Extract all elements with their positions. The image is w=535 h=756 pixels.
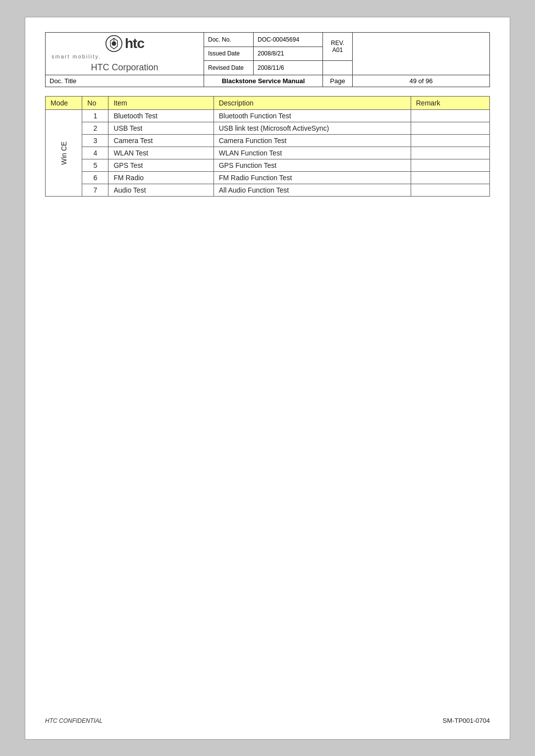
rev-label-cell: REV. A01 <box>323 33 353 61</box>
row-no: 4 <box>82 147 108 159</box>
row-item: USB Test <box>108 122 214 135</box>
revised-date-value: 2008/11/6 <box>254 61 323 75</box>
row-item: FM Radio <box>108 172 214 184</box>
page: htc smart mobility. HTC Corporation Doc.… <box>25 17 510 740</box>
confidential-text: HTC CONFIDENTIAL <box>45 717 103 724</box>
row-item: Audio Test <box>108 184 214 197</box>
htc-logo-icon <box>105 35 123 52</box>
footer-code: SM-TP001-0704 <box>443 717 490 724</box>
company-name: HTC Corporation <box>50 62 200 73</box>
row-no: 3 <box>82 135 108 147</box>
doc-title-label: Doc. Title <box>46 75 204 87</box>
row-item: Camera Test <box>108 135 214 147</box>
row-remark <box>411 147 489 159</box>
row-no: 7 <box>82 184 108 197</box>
row-description: FM Radio Function Test <box>214 172 411 184</box>
table-row: 2USB TestUSB link test (Microsoft Active… <box>46 122 490 135</box>
row-item: GPS Test <box>108 159 214 172</box>
htc-brand-text: htc <box>125 36 144 51</box>
table-row: Win CE1Bluetooth TestBluetooth Function … <box>46 110 490 122</box>
row-item: WLAN Test <box>108 147 214 159</box>
htc-tagline: smart mobility. <box>50 53 200 59</box>
row-description: WLAN Function Test <box>214 147 411 159</box>
row-remark <box>411 159 489 172</box>
table-row: 5GPS TestGPS Function Test <box>46 159 490 172</box>
mode-cell: Win CE <box>46 110 82 197</box>
rev-value: A01 <box>327 47 348 53</box>
logo-cell: htc smart mobility. HTC Corporation <box>46 33 204 75</box>
row-description: Bluetooth Function Test <box>214 110 411 122</box>
row-description: USB link test (Microsoft ActiveSync) <box>214 122 411 135</box>
htc-logo: htc <box>50 35 200 52</box>
issued-date-value: 2008/8/21 <box>254 47 323 61</box>
table-row: 4WLAN TestWLAN Function Test <box>46 147 490 159</box>
svg-point-2 <box>112 42 116 46</box>
th-remark: Remark <box>411 97 489 110</box>
row-no: 2 <box>82 122 108 135</box>
row-remark <box>411 135 489 147</box>
doc-title-value: Blackstone Service Manual <box>204 75 323 87</box>
table-row: 3Camera TestCamera Function Test <box>46 135 490 147</box>
row-no: 6 <box>82 172 108 184</box>
content-table: Mode No Item Description Remark Win CE1B… <box>45 96 490 197</box>
rev-value-cell <box>323 61 353 75</box>
page-label: Page <box>323 75 353 87</box>
row-remark <box>411 172 489 184</box>
page-value: 49 of 96 <box>353 75 490 87</box>
issued-date-label: Issued Date <box>204 47 254 61</box>
header-table: htc smart mobility. HTC Corporation Doc.… <box>45 32 490 87</box>
row-remark <box>411 122 489 135</box>
th-description: Description <box>214 97 411 110</box>
row-description: GPS Function Test <box>214 159 411 172</box>
table-row: 7Audio TestAll Audio Function Test <box>46 184 490 197</box>
footer: HTC CONFIDENTIAL SM-TP001-0704 <box>45 717 490 724</box>
rev-label: REV. <box>327 40 348 47</box>
doc-no-label: Doc. No. <box>204 33 254 47</box>
row-description: All Audio Function Test <box>214 184 411 197</box>
row-no: 5 <box>82 159 108 172</box>
th-mode: Mode <box>46 97 82 110</box>
table-row: 6FM RadioFM Radio Function Test <box>46 172 490 184</box>
row-remark <box>411 184 489 197</box>
row-item: Bluetooth Test <box>108 110 214 122</box>
row-description: Camera Function Test <box>214 135 411 147</box>
row-no: 1 <box>82 110 108 122</box>
revised-date-label: Revised Date <box>204 61 254 75</box>
th-item: Item <box>108 97 214 110</box>
th-no: No <box>82 97 108 110</box>
doc-no-value: DOC-00045694 <box>254 33 323 47</box>
row-remark <box>411 110 489 122</box>
